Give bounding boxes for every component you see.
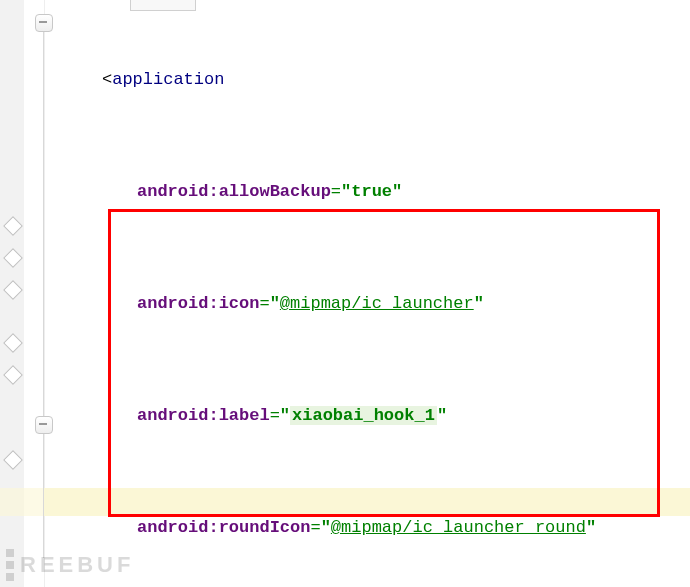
xml-attr: android:allowBackup="true" <box>52 178 690 206</box>
xml-attr: android:icon="@mipmap/ic_launcher" <box>52 290 690 318</box>
xml-open-tag: <application <box>52 66 690 94</box>
editor-viewport: <application android:allowBackup="true" … <box>0 0 690 587</box>
fold-toggle[interactable] <box>35 416 53 434</box>
fold-tree-line <box>43 26 44 558</box>
code-area[interactable]: <application android:allowBackup="true" … <box>52 10 690 587</box>
watermark: REEBUF <box>6 549 134 581</box>
xml-attr: android:roundIcon="@mipmap/ic_launcher_r… <box>52 514 690 542</box>
highlight-gutter <box>0 488 44 516</box>
fold-toggle[interactable] <box>35 14 53 32</box>
xml-attr: android:label="xiaobai_hook_1" <box>52 402 690 430</box>
